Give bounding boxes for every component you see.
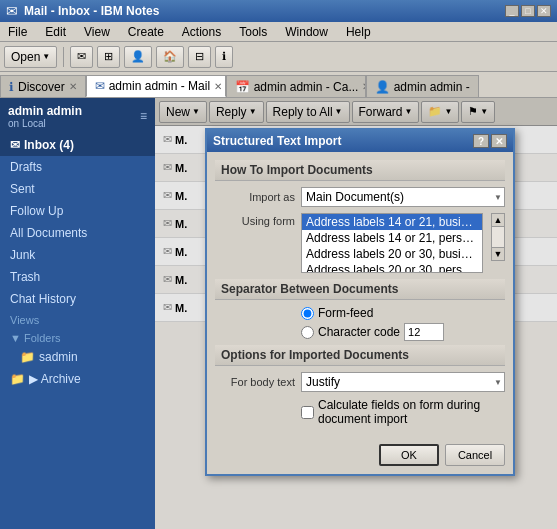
- sidebar-item-sadmin-label: sadmin: [39, 350, 78, 364]
- contact-button[interactable]: 👤: [124, 46, 152, 68]
- scroll-track: [491, 227, 505, 247]
- form-feed-row: Form-feed: [301, 306, 505, 320]
- tab-discover-icon: ℹ: [9, 80, 14, 94]
- sidebar-item-drafts[interactable]: Drafts: [0, 156, 155, 178]
- window-controls: _ □ ✕: [505, 5, 551, 17]
- scroll-up-button[interactable]: ▲: [491, 213, 505, 227]
- body-text-dropdown[interactable]: Justify ▼: [301, 372, 505, 392]
- sidebar-item-chat-label: Chat History: [10, 292, 76, 306]
- open-label: Open: [11, 50, 40, 64]
- menu-actions[interactable]: Actions: [178, 24, 225, 40]
- body-text-value: Justify: [306, 375, 340, 389]
- body-text-row: For body text Justify ▼: [215, 372, 505, 392]
- listbox-item-3[interactable]: Address labels 20 or 30, persona: [302, 262, 482, 273]
- menu-tools[interactable]: Tools: [235, 24, 271, 40]
- sidebar-item-followup-label: Follow Up: [10, 204, 63, 218]
- title-bar: ✉ Mail - Inbox - IBM Notes _ □ ✕: [0, 0, 557, 22]
- sidebar-item-drafts-label: Drafts: [10, 160, 42, 174]
- dialog-close-button[interactable]: ✕: [491, 134, 507, 148]
- import-as-arrow: ▼: [494, 193, 502, 202]
- menu-edit[interactable]: Edit: [41, 24, 70, 40]
- sidebar-item-sent-label: Sent: [10, 182, 35, 196]
- import-as-row: Import as Main Document(s) ▼: [215, 187, 505, 207]
- char-code-row: Character code: [301, 323, 505, 341]
- dialog-title-bar: Structured Text Import ? ✕: [207, 130, 513, 152]
- tab-discover[interactable]: ℹ Discover ✕: [0, 75, 86, 97]
- menu-create[interactable]: Create: [124, 24, 168, 40]
- minimize-button[interactable]: _: [505, 5, 519, 17]
- archive-icon: 📁: [10, 372, 25, 386]
- sidebar-menu-icon[interactable]: ≡: [140, 109, 147, 123]
- sidebar-item-chat[interactable]: Chat History: [0, 288, 155, 310]
- sidebar: admin admin on Local ≡ ✉ Inbox (4) Draft…: [0, 98, 155, 529]
- envelope-button[interactable]: ✉: [70, 46, 93, 68]
- dialog-title-text: Structured Text Import: [213, 134, 341, 148]
- dialog-body: How To Import Documents Import as Main D…: [207, 152, 513, 438]
- sidebar-item-all-label: All Documents: [10, 226, 87, 240]
- import-as-dropdown[interactable]: Main Document(s) ▼: [301, 187, 505, 207]
- maximize-button[interactable]: □: [521, 5, 535, 17]
- sidebar-item-junk[interactable]: Junk: [0, 244, 155, 266]
- menu-view[interactable]: View: [80, 24, 114, 40]
- sidebar-nav: ✉ Inbox (4) Drafts Sent Follow Up All Do…: [0, 134, 155, 529]
- sidebar-username: admin admin: [8, 104, 82, 118]
- apps-button[interactable]: ⊟: [188, 46, 211, 68]
- tab-discover-close[interactable]: ✕: [69, 81, 77, 92]
- ok-button[interactable]: OK: [379, 444, 439, 466]
- tab-contacts[interactable]: 👤 admin admin -: [366, 75, 479, 97]
- tab-contacts-label: admin admin -: [394, 80, 470, 94]
- sidebar-item-junk-label: Junk: [10, 248, 35, 262]
- grid-button[interactable]: ⊞: [97, 46, 120, 68]
- menu-bar: File Edit View Create Actions Tools Wind…: [0, 22, 557, 42]
- main-area: admin admin on Local ≡ ✉ Inbox (4) Draft…: [0, 98, 557, 529]
- close-button[interactable]: ✕: [537, 5, 551, 17]
- listbox-item-0[interactable]: Address labels 14 or 21, busines: [302, 214, 482, 230]
- menu-help[interactable]: Help: [342, 24, 375, 40]
- menu-window[interactable]: Window: [281, 24, 332, 40]
- title-text: Mail - Inbox - IBM Notes: [24, 4, 499, 18]
- sidebar-item-inbox[interactable]: ✉ Inbox (4): [0, 134, 155, 156]
- sidebar-location: on Local: [8, 118, 82, 129]
- body-text-label: For body text: [215, 376, 295, 388]
- scroll-down-button[interactable]: ▼: [491, 247, 505, 261]
- dialog-overlay: Structured Text Import ? ✕ How To Import…: [155, 98, 557, 529]
- sidebar-item-inbox-label: Inbox (4): [24, 138, 74, 152]
- tab-discover-label: Discover: [18, 80, 65, 94]
- tab-mail-label: admin admin - Mail: [109, 79, 210, 93]
- sidebar-item-all[interactable]: All Documents: [0, 222, 155, 244]
- sidebar-item-sadmin[interactable]: 📁 sadmin: [0, 346, 155, 368]
- sidebar-item-trash[interactable]: Trash: [0, 266, 155, 288]
- sidebar-item-sent[interactable]: Sent: [0, 178, 155, 200]
- listbox-item-1[interactable]: Address labels 14 or 21, persona: [302, 230, 482, 246]
- tab-mail-close[interactable]: ✕: [214, 81, 222, 92]
- tab-mail[interactable]: ✉ admin admin - Mail ✕: [86, 75, 226, 97]
- open-dropdown-arrow[interactable]: ▼: [42, 52, 50, 61]
- sidebar-item-archive[interactable]: 📁 ▶ Archive: [0, 368, 155, 390]
- sidebar-item-followup[interactable]: Follow Up: [0, 200, 155, 222]
- body-text-arrow: ▼: [494, 378, 502, 387]
- tab-calendar[interactable]: 📅 admin admin - Ca... ✕: [226, 75, 366, 97]
- listbox-item-2[interactable]: Address labels 20 or 30, busines: [302, 246, 482, 262]
- calculate-label: Calculate fields on form during document…: [318, 398, 505, 426]
- open-button[interactable]: Open ▼: [4, 46, 57, 68]
- sidebar-section-folders[interactable]: ▼ Folders: [0, 328, 155, 346]
- char-code-radio[interactable]: [301, 326, 314, 339]
- inbox-icon: ✉: [10, 138, 20, 152]
- sidebar-section-views: Views: [0, 310, 155, 328]
- tab-calendar-label: admin admin - Ca...: [254, 80, 359, 94]
- tab-calendar-icon: 📅: [235, 80, 250, 94]
- calculate-checkbox[interactable]: [301, 406, 314, 419]
- dialog-buttons: OK Cancel: [207, 438, 513, 474]
- info-button[interactable]: ℹ: [215, 46, 233, 68]
- home-button[interactable]: 🏠: [156, 46, 184, 68]
- form-feed-radio[interactable]: [301, 307, 314, 320]
- tab-mail-icon: ✉: [95, 79, 105, 93]
- sidebar-item-trash-label: Trash: [10, 270, 40, 284]
- options-section: Options for Imported Documents: [215, 345, 505, 366]
- listbox-scrollbar[interactable]: ▲ ▼: [491, 213, 505, 261]
- form-listbox[interactable]: Address labels 14 or 21, busines Address…: [301, 213, 483, 273]
- dialog-help-button[interactable]: ?: [473, 134, 489, 148]
- menu-file[interactable]: File: [4, 24, 31, 40]
- char-code-input[interactable]: [404, 323, 444, 341]
- cancel-button[interactable]: Cancel: [445, 444, 505, 466]
